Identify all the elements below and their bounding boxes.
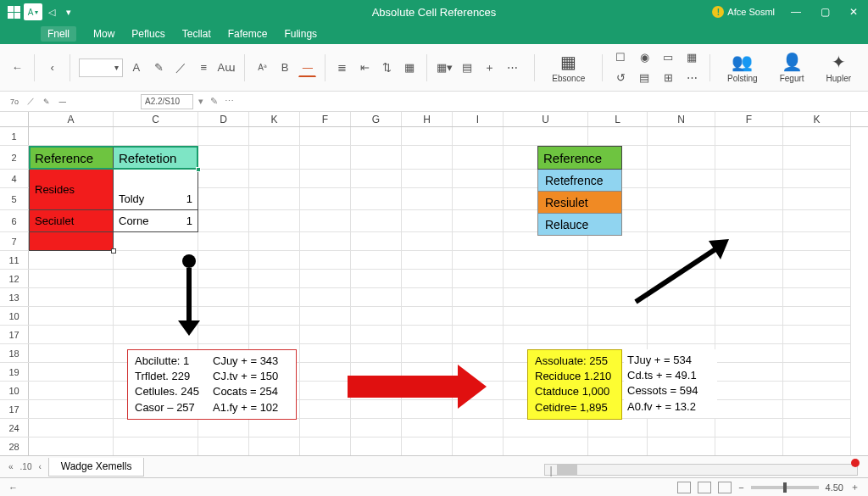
row-hdr[interactable]: 4 <box>0 170 29 187</box>
align-icon[interactable]: ≡ <box>195 59 212 77</box>
row-hdr[interactable]: 17 <box>0 326 29 343</box>
indent-icon[interactable]: ⇤ <box>356 59 373 77</box>
mini-icon-5[interactable]: ↺ <box>611 69 630 87</box>
col-N[interactable]: N <box>648 112 715 126</box>
sort-icon[interactable]: ⇅ <box>378 59 395 77</box>
zoom-slider[interactable] <box>751 486 819 489</box>
mini-icon-1[interactable]: ☐ <box>611 48 630 67</box>
row-hdr[interactable]: 13 <box>0 288 29 306</box>
tab-fulings[interactable]: Fulings <box>284 28 317 40</box>
pen1-icon[interactable]: ／ <box>27 96 35 107</box>
fx-cancel-icon[interactable]: ▾ <box>198 96 203 107</box>
tab-tecllat[interactable]: Tecllat <box>182 28 211 40</box>
zoom-in-icon[interactable]: ＋ <box>850 481 860 493</box>
selection-handle-icon[interactable] <box>196 167 201 172</box>
align-left-icon[interactable]: ≣ <box>334 59 351 77</box>
col-G[interactable]: G <box>351 112 402 126</box>
col-K2[interactable]: K <box>783 112 851 126</box>
cell-refetetion-header[interactable]: Refetetion <box>114 146 198 170</box>
mini-icon-8[interactable]: ⋯ <box>682 69 701 87</box>
col-H[interactable]: H <box>402 112 453 126</box>
cell-corne[interactable]: Corne1 <box>114 210 198 232</box>
sheet-nav-prev-icon[interactable]: ‹ <box>38 462 41 471</box>
worksheet-grid[interactable]: 1 2 4 5 6 7 11 12 13 10 17 18 19 10 17 2… <box>0 127 868 466</box>
status-left-arrow-icon[interactable]: ← <box>8 482 18 493</box>
mini-icon-2[interactable]: ◉ <box>635 48 654 67</box>
sheet-tab[interactable]: Wadge Xemells <box>48 458 145 476</box>
quick-access-more-icon[interactable]: ▾ <box>61 4 76 20</box>
fill-handle-icon[interactable] <box>111 248 116 254</box>
tab-fafemce[interactable]: Fafemce <box>228 28 268 40</box>
name-box[interactable]: A2.2/S10 <box>141 94 193 109</box>
col-I[interactable]: I <box>453 112 504 126</box>
view-normal-icon[interactable] <box>677 482 691 493</box>
row-hdr[interactable]: 7 <box>0 232 29 250</box>
col-C[interactable]: C <box>114 112 198 126</box>
pen3-icon[interactable]: ⸻ <box>58 98 66 106</box>
cell-reference-header[interactable]: Reference <box>29 146 114 170</box>
fegurt-button[interactable]: 👤 Fegurt <box>771 50 813 85</box>
borders-icon[interactable]: ▦▾ <box>436 59 453 77</box>
back-button[interactable]: ← <box>8 59 25 77</box>
cell-toldy[interactable]: Toldy1 <box>114 188 198 210</box>
hscroll-thumb[interactable] <box>557 465 577 475</box>
zoom-out-icon[interactable]: − <box>738 482 743 493</box>
table-icon[interactable]: ▤ <box>459 59 476 77</box>
row-hdr[interactable]: 1 <box>0 127 29 145</box>
close-button[interactable]: ✕ <box>839 0 868 24</box>
ebsonce-button[interactable]: ▦ Ebsonce <box>543 50 593 85</box>
row-hdr[interactable]: 10 <box>0 382 29 399</box>
col-U[interactable]: U <box>504 112 588 126</box>
mini-icon-6[interactable]: ▤ <box>635 69 654 87</box>
view-break-icon[interactable] <box>718 482 732 493</box>
row-hdr[interactable]: 10 <box>0 307 29 325</box>
merge-icon[interactable]: ▦ <box>401 59 418 77</box>
wrap-text-icon[interactable]: Aɯ <box>217 59 236 77</box>
mini-icon-7[interactable]: ⊞ <box>659 69 677 87</box>
fx-more-icon[interactable]: ⋯ <box>225 96 234 107</box>
row-hdr[interactable]: 24 <box>0 419 29 437</box>
tab-peflucs[interactable]: Peflucs <box>131 28 164 40</box>
sheet-nav-first-icon[interactable]: « <box>8 462 14 471</box>
select-all-corner[interactable] <box>0 112 29 126</box>
col-K[interactable]: K <box>249 112 300 126</box>
bold-b-icon[interactable]: B <box>276 59 293 77</box>
row-hdr[interactable]: 12 <box>0 270 29 287</box>
font-size-dropdown[interactable]: ▾ <box>79 59 123 77</box>
fx-pen-icon[interactable]: ✎ <box>210 96 218 107</box>
font-letter-icon[interactable]: A <box>128 59 145 77</box>
pen2-icon[interactable]: ✎ <box>43 98 50 106</box>
cell-u-resiulet[interactable]: Resiulet <box>537 192 622 214</box>
col-A[interactable]: A <box>29 112 114 126</box>
col-D[interactable]: D <box>198 112 249 126</box>
hupler-button[interactable]: ✦ Hupler <box>818 50 860 85</box>
cell-u-relauce[interactable]: Relauce <box>537 214 622 236</box>
polsting-button[interactable]: 👥 Polsting <box>719 50 766 85</box>
more-options-icon[interactable]: ⋯ <box>504 59 520 77</box>
hscroll-left-icon[interactable]: | <box>545 465 557 475</box>
row-hdr[interactable]: 19 <box>0 363 29 381</box>
row-hdr[interactable]: 6 <box>0 210 29 231</box>
undo-chevron-icon[interactable]: ‹ <box>43 59 60 77</box>
italic-slash-icon[interactable]: ／ <box>173 59 190 77</box>
insert-plus-icon[interactable]: ＋ <box>481 59 498 77</box>
row-hdr[interactable]: 11 <box>0 251 29 269</box>
tab-mow[interactable]: Mow <box>93 28 114 40</box>
small-font-icon[interactable]: Aᵃ <box>253 59 270 77</box>
cell-resides[interactable]: Resides <box>29 170 114 210</box>
mini-icon-4[interactable]: ▦ <box>682 48 701 67</box>
quick-access-prev-icon[interactable]: ◁ <box>44 4 59 20</box>
cell-seciulet[interactable]: Seciulet <box>29 210 114 232</box>
row-hdr[interactable]: 17 <box>0 400 29 418</box>
cell-red-empty[interactable] <box>29 232 114 251</box>
brush-icon[interactable]: ✎ <box>150 59 167 77</box>
font-color-icon[interactable]: ⸻ <box>298 59 315 77</box>
row-hdr[interactable]: 28 <box>0 437 29 455</box>
cell-u-reference[interactable]: Reference <box>537 146 622 170</box>
minimize-button[interactable]: — <box>782 0 810 24</box>
user-badge[interactable]: ! Afce Sosml <box>712 6 775 18</box>
col-L[interactable]: L <box>588 112 648 126</box>
row-hdr[interactable]: 18 <box>0 344 29 362</box>
col-F[interactable]: F <box>300 112 351 126</box>
maximize-button[interactable]: ▢ <box>810 0 839 24</box>
